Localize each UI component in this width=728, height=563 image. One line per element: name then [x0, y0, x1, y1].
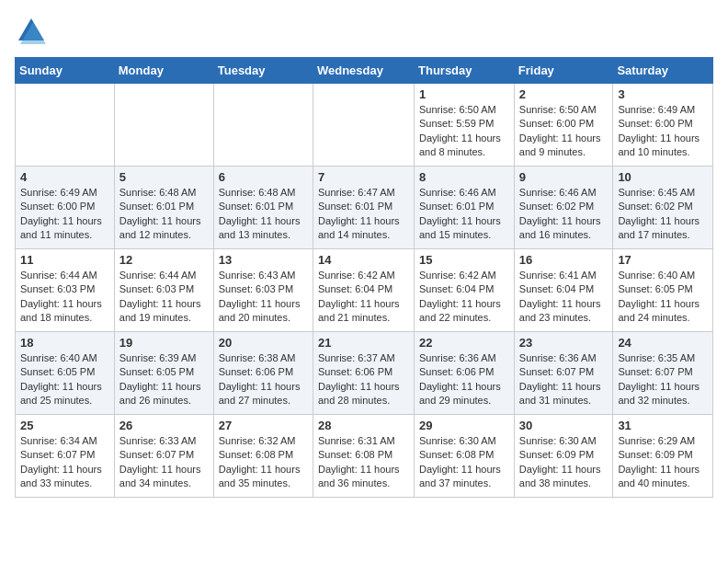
- day-info: Sunrise: 6:50 AM Sunset: 5:59 PM Dayligh…: [419, 103, 509, 160]
- day-number: 11: [20, 253, 109, 267]
- calendar-cell: 7Sunrise: 6:47 AM Sunset: 6:01 PM Daylig…: [313, 167, 414, 249]
- day-number: 4: [20, 170, 109, 184]
- calendar-cell: 18Sunrise: 6:40 AM Sunset: 6:05 PM Dayli…: [16, 332, 115, 415]
- page-header: [15, 15, 713, 48]
- day-info: Sunrise: 6:39 AM Sunset: 6:05 PM Dayligh…: [119, 351, 209, 408]
- calendar-week-1: 1Sunrise: 6:50 AM Sunset: 5:59 PM Daylig…: [16, 84, 713, 167]
- calendar-cell: 12Sunrise: 6:44 AM Sunset: 6:03 PM Dayli…: [114, 249, 213, 332]
- day-number: 29: [419, 419, 509, 432]
- calendar-cell: 30Sunrise: 6:30 AM Sunset: 6:09 PM Dayli…: [514, 415, 613, 498]
- day-info: Sunrise: 6:35 AM Sunset: 6:07 PM Dayligh…: [618, 351, 708, 408]
- day-number: 14: [318, 253, 409, 267]
- day-number: 13: [219, 253, 308, 267]
- day-number: 3: [618, 87, 708, 101]
- calendar-cell: 25Sunrise: 6:34 AM Sunset: 6:07 PM Dayli…: [16, 415, 115, 498]
- calendar-cell: 2Sunrise: 6:50 AM Sunset: 6:00 PM Daylig…: [514, 84, 613, 167]
- calendar-cell: 13Sunrise: 6:43 AM Sunset: 6:03 PM Dayli…: [213, 249, 313, 332]
- calendar-cell: 29Sunrise: 6:30 AM Sunset: 6:08 PM Dayli…: [415, 415, 515, 498]
- calendar-cell: 20Sunrise: 6:38 AM Sunset: 6:06 PM Dayli…: [213, 332, 313, 415]
- calendar-cell: 14Sunrise: 6:42 AM Sunset: 6:04 PM Dayli…: [313, 249, 414, 332]
- weekday-header-row: SundayMondayTuesdayWednesdayThursdayFrid…: [16, 58, 713, 84]
- day-number: 10: [618, 170, 708, 184]
- day-number: 2: [519, 87, 609, 101]
- day-number: 15: [419, 253, 509, 267]
- day-info: Sunrise: 6:45 AM Sunset: 6:02 PM Dayligh…: [618, 186, 708, 243]
- day-number: 25: [20, 419, 109, 432]
- day-info: Sunrise: 6:40 AM Sunset: 6:05 PM Dayligh…: [618, 269, 708, 326]
- day-number: 6: [219, 170, 308, 184]
- weekday-header-friday: Friday: [514, 58, 613, 84]
- day-info: Sunrise: 6:42 AM Sunset: 6:04 PM Dayligh…: [318, 269, 409, 326]
- calendar-cell: 11Sunrise: 6:44 AM Sunset: 6:03 PM Dayli…: [16, 249, 115, 332]
- day-info: Sunrise: 6:36 AM Sunset: 6:07 PM Dayligh…: [519, 351, 609, 408]
- day-number: 18: [20, 336, 109, 350]
- day-number: 26: [119, 419, 209, 432]
- day-info: Sunrise: 6:40 AM Sunset: 6:05 PM Dayligh…: [20, 351, 109, 408]
- day-info: Sunrise: 6:48 AM Sunset: 6:01 PM Dayligh…: [119, 186, 209, 243]
- day-info: Sunrise: 6:43 AM Sunset: 6:03 PM Dayligh…: [219, 269, 308, 326]
- weekday-header-monday: Monday: [114, 58, 213, 84]
- day-number: 19: [119, 336, 209, 350]
- calendar-cell: 15Sunrise: 6:42 AM Sunset: 6:04 PM Dayli…: [415, 249, 515, 332]
- calendar-cell: [213, 84, 313, 167]
- day-info: Sunrise: 6:37 AM Sunset: 6:06 PM Dayligh…: [318, 351, 409, 408]
- day-info: Sunrise: 6:42 AM Sunset: 6:04 PM Dayligh…: [419, 269, 509, 326]
- calendar-cell: 27Sunrise: 6:32 AM Sunset: 6:08 PM Dayli…: [213, 415, 313, 498]
- day-number: 24: [618, 336, 708, 350]
- calendar-cell: 9Sunrise: 6:46 AM Sunset: 6:02 PM Daylig…: [514, 167, 613, 249]
- day-number: 21: [318, 336, 409, 350]
- logo-icon: [15, 15, 48, 48]
- calendar-week-3: 11Sunrise: 6:44 AM Sunset: 6:03 PM Dayli…: [16, 249, 713, 332]
- day-info: Sunrise: 6:50 AM Sunset: 6:00 PM Dayligh…: [519, 103, 609, 160]
- day-number: 31: [618, 419, 708, 432]
- calendar-cell: 8Sunrise: 6:46 AM Sunset: 6:01 PM Daylig…: [415, 167, 515, 249]
- weekday-header-tuesday: Tuesday: [213, 58, 313, 84]
- calendar-cell: [114, 84, 213, 167]
- weekday-header-thursday: Thursday: [415, 58, 515, 84]
- day-info: Sunrise: 6:29 AM Sunset: 6:09 PM Dayligh…: [618, 434, 708, 491]
- calendar-week-4: 18Sunrise: 6:40 AM Sunset: 6:05 PM Dayli…: [16, 332, 713, 415]
- day-number: 22: [419, 336, 509, 350]
- weekday-header-saturday: Saturday: [613, 58, 713, 84]
- calendar-cell: 10Sunrise: 6:45 AM Sunset: 6:02 PM Dayli…: [613, 167, 713, 249]
- day-number: 16: [519, 253, 609, 267]
- day-info: Sunrise: 6:30 AM Sunset: 6:09 PM Dayligh…: [519, 434, 609, 491]
- day-info: Sunrise: 6:38 AM Sunset: 6:06 PM Dayligh…: [219, 351, 308, 408]
- calendar-cell: 6Sunrise: 6:48 AM Sunset: 6:01 PM Daylig…: [213, 167, 313, 249]
- day-info: Sunrise: 6:31 AM Sunset: 6:08 PM Dayligh…: [318, 434, 409, 491]
- day-number: 8: [419, 170, 509, 184]
- day-info: Sunrise: 6:48 AM Sunset: 6:01 PM Dayligh…: [219, 186, 308, 243]
- day-number: 30: [519, 419, 609, 432]
- calendar-cell: 4Sunrise: 6:49 AM Sunset: 6:00 PM Daylig…: [16, 167, 115, 249]
- calendar-cell: 21Sunrise: 6:37 AM Sunset: 6:06 PM Dayli…: [313, 332, 414, 415]
- calendar-cell: [16, 84, 115, 167]
- calendar-week-2: 4Sunrise: 6:49 AM Sunset: 6:00 PM Daylig…: [16, 167, 713, 249]
- weekday-header-sunday: Sunday: [16, 58, 115, 84]
- calendar-cell: 23Sunrise: 6:36 AM Sunset: 6:07 PM Dayli…: [514, 332, 613, 415]
- day-info: Sunrise: 6:44 AM Sunset: 6:03 PM Dayligh…: [20, 269, 109, 326]
- calendar-cell: 16Sunrise: 6:41 AM Sunset: 6:04 PM Dayli…: [514, 249, 613, 332]
- day-number: 9: [519, 170, 609, 184]
- day-info: Sunrise: 6:41 AM Sunset: 6:04 PM Dayligh…: [519, 269, 609, 326]
- day-info: Sunrise: 6:44 AM Sunset: 6:03 PM Dayligh…: [119, 269, 209, 326]
- calendar-cell: 17Sunrise: 6:40 AM Sunset: 6:05 PM Dayli…: [613, 249, 713, 332]
- calendar-cell: 31Sunrise: 6:29 AM Sunset: 6:09 PM Dayli…: [613, 415, 713, 498]
- day-number: 7: [318, 170, 409, 184]
- calendar-cell: 22Sunrise: 6:36 AM Sunset: 6:06 PM Dayli…: [415, 332, 515, 415]
- day-number: 28: [318, 419, 409, 432]
- day-number: 12: [119, 253, 209, 267]
- day-info: Sunrise: 6:46 AM Sunset: 6:02 PM Dayligh…: [519, 186, 609, 243]
- day-number: 5: [119, 170, 209, 184]
- day-info: Sunrise: 6:34 AM Sunset: 6:07 PM Dayligh…: [20, 434, 109, 491]
- calendar-week-5: 25Sunrise: 6:34 AM Sunset: 6:07 PM Dayli…: [16, 415, 713, 498]
- day-number: 1: [419, 87, 509, 101]
- weekday-header-wednesday: Wednesday: [313, 58, 414, 84]
- calendar-cell: 19Sunrise: 6:39 AM Sunset: 6:05 PM Dayli…: [114, 332, 213, 415]
- day-number: 23: [519, 336, 609, 350]
- calendar-cell: 26Sunrise: 6:33 AM Sunset: 6:07 PM Dayli…: [114, 415, 213, 498]
- day-info: Sunrise: 6:46 AM Sunset: 6:01 PM Dayligh…: [419, 186, 509, 243]
- calendar-cell: 24Sunrise: 6:35 AM Sunset: 6:07 PM Dayli…: [613, 332, 713, 415]
- day-number: 17: [618, 253, 708, 267]
- calendar-cell: 3Sunrise: 6:49 AM Sunset: 6:00 PM Daylig…: [613, 84, 713, 167]
- calendar-table: SundayMondayTuesdayWednesdayThursdayFrid…: [15, 57, 713, 498]
